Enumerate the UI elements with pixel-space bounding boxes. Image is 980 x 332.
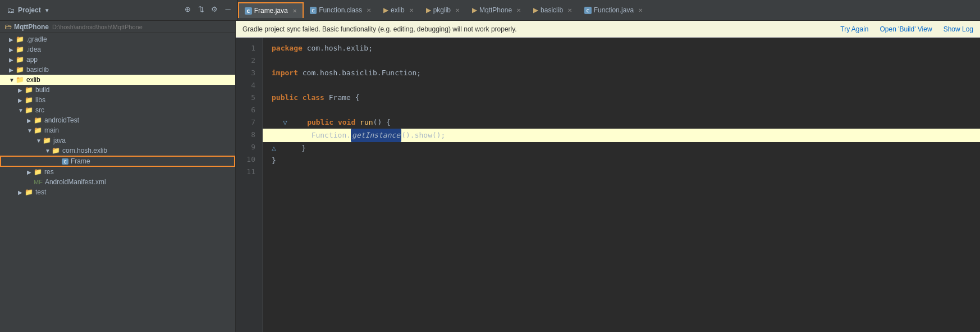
tab-function-java[interactable]: c Function.java ✕ (578, 2, 649, 18)
tree-item-idea[interactable]: ▶ 📁 .idea (0, 44, 235, 54)
arrow-basiclib: ▶ (9, 67, 16, 73)
tree-item-build[interactable]: ▶ 📁 build (0, 85, 235, 95)
code-line-8: Function.getInstance().show(); (263, 129, 980, 142)
tree-item-res[interactable]: ▶ 📁 res (0, 167, 235, 177)
line-numbers: 1 2 3 4 5 6 7 8 9 10 11 (236, 38, 263, 332)
tree-item-java[interactable]: ▼ 📁 java (0, 135, 235, 145)
arrow-build: ▶ (18, 87, 25, 93)
tree-item-exlib[interactable]: ▼ 📁 exlib (0, 75, 235, 85)
minus-icon[interactable]: ─ (223, 5, 233, 15)
tree-label-main: main (44, 126, 59, 134)
tree-item-gradle[interactable]: ▶ 📁 .gradle (0, 34, 235, 44)
highlighted-getinstance: getInstance (351, 129, 401, 142)
code-line-9: △ } (272, 142, 971, 154)
tab-close-function-class[interactable]: ✕ (367, 7, 371, 13)
tree-item-libs[interactable]: ▶ 📁 libs (0, 95, 235, 105)
tree-label-basiclib: basiclib (26, 66, 49, 74)
tree-item-src[interactable]: ▼ 📁 src (0, 105, 235, 115)
line-num-2: 2 (236, 54, 260, 67)
tree-label-test: test (35, 188, 46, 196)
tree-item-test[interactable]: ▶ 📁 test (0, 187, 235, 197)
tab-label-function-class: Function.class (319, 6, 362, 14)
line-num-3: 3 (236, 67, 260, 79)
tree-item-com-hosh-exlib[interactable]: ▼ 📁 com.hosh.exlib (0, 145, 235, 156)
arrow-com-hosh-exlib: ▼ (45, 148, 52, 154)
main-area: 🗁 MqttPhone D:\hosh\android\hosh\MqttPho… (0, 21, 980, 332)
tab-icon-function-class: c (310, 7, 317, 14)
tab-icon-exlib: ▶ (383, 6, 388, 14)
tab-exlib[interactable]: ▶ exlib ✕ (377, 2, 420, 18)
tree-item-androidmanifest[interactable]: ▶ MF AndroidManifest.xml (0, 177, 235, 187)
tree-label-frame: Frame (71, 157, 90, 165)
gutter-icon-9: △ (272, 142, 283, 154)
folder-icon-sidebar: 🗂 (7, 6, 15, 15)
folder-icon-libs: 📁 (25, 96, 33, 104)
sync-icon[interactable]: ⇅ (196, 5, 206, 15)
tab-close-mqttphone[interactable]: ✕ (516, 7, 521, 13)
tree-item-frame[interactable]: ▶ c Frame (0, 156, 235, 167)
tab-close-function-java[interactable]: ✕ (638, 7, 643, 13)
tree-item-basiclib[interactable]: ▶ 📁 basiclib (0, 65, 235, 75)
try-again-link[interactable]: Try Again (840, 25, 868, 33)
tab-close-basiclib[interactable]: ✕ (567, 7, 572, 13)
folder-icon-build: 📁 (25, 86, 33, 94)
tree-label-java: java (53, 137, 66, 144)
show-log-link[interactable]: Show Log (944, 25, 973, 33)
folder-icon-test: 📁 (25, 188, 33, 196)
line-num-11: 11 (236, 166, 260, 178)
code-line-10: } (272, 154, 971, 167)
settings-icon[interactable]: ⚙ (209, 5, 219, 15)
code-line-2 (272, 54, 971, 67)
tree-label-src: src (35, 106, 44, 114)
tab-label-function-java: Function.java (594, 6, 634, 14)
code-content[interactable]: package com.hosh.exlib; import com.hosh.… (263, 38, 980, 332)
tab-frame-java[interactable]: c Frame.java ✕ (238, 2, 304, 18)
folder-icon-com-hosh-exlib: 📁 (52, 147, 60, 154)
sidebar-dropdown-arrow[interactable]: ▼ (44, 7, 50, 13)
tab-pkglib[interactable]: ▶ pkglib ✕ (420, 2, 466, 18)
tab-close-pkglib[interactable]: ✕ (455, 7, 460, 13)
sidebar-title-label: Project (18, 6, 41, 14)
tree-item-app[interactable]: ▶ 📁 app (0, 54, 235, 65)
line-num-1: 1 (236, 42, 260, 54)
open-build-view-link[interactable]: Open 'Build' View (880, 25, 932, 33)
arrow-libs: ▶ (18, 97, 25, 103)
tab-basiclib[interactable]: ▶ basiclib ✕ (527, 2, 578, 18)
code-line-3: import com.hosh.basiclib.Function; (272, 67, 971, 79)
kw-import: import (272, 67, 298, 79)
pkg-name: com.hosh.exlib (307, 42, 369, 54)
tab-mqttphone[interactable]: ▶ MqttPhone ✕ (466, 2, 527, 18)
tab-label-pkglib: pkglib (433, 6, 451, 14)
tab-close-exlib[interactable]: ✕ (409, 7, 414, 13)
type-function: Function (312, 129, 347, 142)
tree-item-main[interactable]: ▼ 📁 main (0, 125, 235, 135)
folder-icon-basiclib: 📁 (16, 66, 24, 74)
project-path: D:\hosh\android\hosh\MqttPhone (52, 24, 143, 30)
app-container: 🗂 Project ▼ ⊕ ⇅ ⚙ ─ c Frame.java ✕ c Fun… (0, 0, 980, 332)
add-icon[interactable]: ⊕ (182, 5, 193, 15)
tree-label-androidtest: androidTest (44, 116, 79, 124)
line-num-9: 9 (236, 141, 260, 153)
folder-icon-androidtest: 📁 (34, 116, 42, 124)
tab-function-class[interactable]: c Function.class ✕ (304, 2, 377, 18)
tab-icon-function-java: c (584, 7, 592, 14)
file-icon-frame: c (62, 158, 68, 165)
tab-label-mqttphone: MqttPhone (479, 6, 512, 14)
tab-icon-pkglib: ▶ (426, 6, 431, 14)
kw-package: package (272, 42, 303, 54)
tree-label-build: build (35, 86, 49, 94)
tree-label-app: app (26, 56, 38, 63)
tree-label-gradle: .gradle (26, 35, 47, 43)
tab-close-frame-java[interactable]: ✕ (292, 8, 297, 14)
gutter-icon-7: ▽ (283, 116, 287, 129)
code-line-4 (272, 79, 971, 92)
folder-icon-app: 📁 (16, 56, 24, 63)
kw-class: class (303, 92, 324, 104)
arrow-gradle: ▶ (9, 37, 16, 43)
arrow-androidtest: ▶ (27, 117, 34, 124)
code-editor[interactable]: 1 2 3 4 5 6 7 8 9 10 11 package com.hosh… (236, 38, 980, 332)
type-frame: Frame (329, 92, 351, 104)
tree-label-libs: libs (35, 96, 45, 104)
sidebar: 🗁 MqttPhone D:\hosh\android\hosh\MqttPho… (0, 21, 236, 332)
tree-item-androidtest[interactable]: ▶ 📁 androidTest (0, 115, 235, 125)
